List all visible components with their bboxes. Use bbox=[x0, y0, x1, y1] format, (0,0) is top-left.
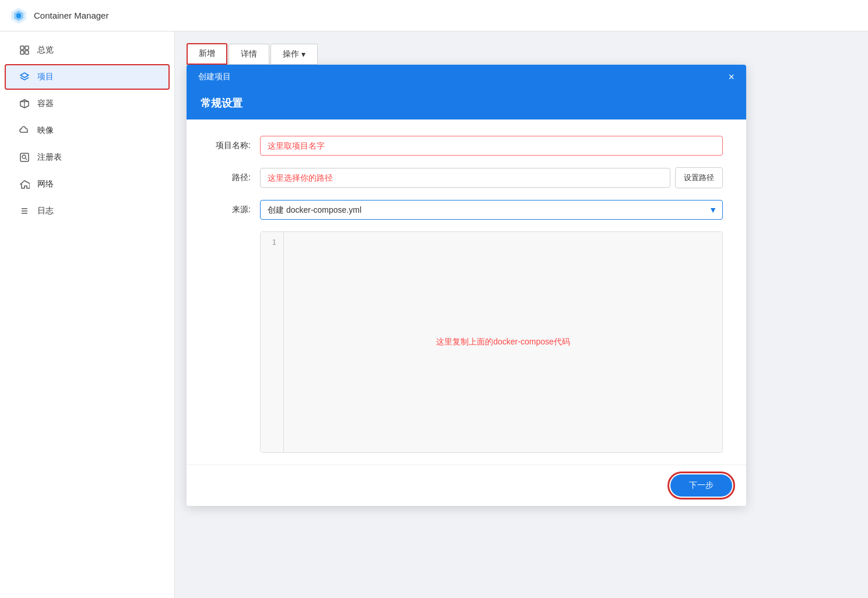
dialog-footer: 下一步 bbox=[187, 465, 746, 506]
sidebar-item-log[interactable]: 日志 bbox=[5, 198, 170, 224]
dialog-section-title: 常规设置 bbox=[201, 96, 732, 110]
sidebar-item-network[interactable]: 网络 bbox=[5, 171, 170, 197]
tab-detail[interactable]: 详情 bbox=[229, 44, 269, 65]
sidebar-item-label-container: 容器 bbox=[37, 99, 54, 109]
form-row-name: 项目名称: bbox=[210, 136, 723, 156]
svg-rect-6 bbox=[25, 51, 29, 54]
name-label: 项目名称: bbox=[210, 140, 251, 151]
line-numbers: 1 bbox=[261, 232, 284, 452]
list-icon bbox=[19, 205, 30, 217]
dialog-section-header: 常规设置 bbox=[187, 89, 746, 119]
code-editor[interactable]: 1 这里复制上面的docker-compose代码 bbox=[260, 231, 723, 453]
path-input[interactable] bbox=[260, 168, 670, 188]
box-icon bbox=[19, 98, 30, 110]
sidebar-item-label-log: 日志 bbox=[37, 206, 54, 216]
tab-add[interactable]: 新增 bbox=[187, 43, 227, 65]
source-select-wrapper: 创建 docker-compose.yml 上传 docker-compose.… bbox=[260, 200, 723, 220]
dialog-title: 创建项目 bbox=[198, 72, 231, 82]
sidebar-item-label-image: 映像 bbox=[37, 125, 54, 136]
app-icon bbox=[9, 6, 28, 25]
form-row-source: 来源: 创建 docker-compose.yml 上传 docker-comp… bbox=[210, 200, 723, 220]
sidebar-item-container[interactable]: 容器 bbox=[5, 91, 170, 117]
dialog: 创建项目 × 常规设置 项目名称: 路径: 设置路径 bbox=[187, 65, 746, 506]
content-area: 新增 详情 操作 ▾ 创建项目 × 常规设置 项目名称: bbox=[175, 31, 868, 598]
dialog-close-button[interactable]: × bbox=[728, 72, 735, 82]
sidebar-item-image[interactable]: 映像 bbox=[5, 118, 170, 143]
tab-operation[interactable]: 操作 ▾ bbox=[270, 44, 318, 65]
grid-icon bbox=[19, 44, 30, 56]
code-content-area: 这里复制上面的docker-compose代码 bbox=[284, 232, 722, 452]
sidebar-item-overview[interactable]: 总览 bbox=[5, 37, 170, 63]
search-square-icon bbox=[19, 152, 30, 163]
dialog-header: 创建项目 × bbox=[187, 65, 746, 89]
layers-icon bbox=[19, 71, 30, 83]
sidebar-item-project[interactable]: 项目 bbox=[5, 64, 170, 90]
app-title: Container Manager bbox=[34, 10, 108, 20]
svg-rect-9 bbox=[20, 153, 29, 161]
title-bar: Container Manager bbox=[0, 0, 868, 31]
dropdown-arrow-icon: ▾ bbox=[301, 50, 305, 59]
source-label: 来源: bbox=[210, 205, 251, 215]
tab-bar: 新增 详情 操作 ▾ bbox=[187, 43, 856, 65]
sidebar-item-label-overview: 总览 bbox=[37, 45, 54, 55]
cloud-icon bbox=[19, 125, 30, 136]
dialog-body: 项目名称: 路径: 设置路径 来源: 创建 docker bbox=[187, 119, 746, 465]
code-placeholder-text: 这里复制上面的docker-compose代码 bbox=[436, 337, 570, 347]
set-path-button[interactable]: 设置路径 bbox=[675, 167, 723, 188]
path-label: 路径: bbox=[210, 173, 251, 183]
svg-point-10 bbox=[22, 155, 26, 159]
form-row-path: 路径: 设置路径 bbox=[210, 167, 723, 188]
project-name-input[interactable] bbox=[260, 136, 723, 156]
svg-rect-3 bbox=[20, 46, 24, 50]
sidebar-item-label-registry: 注册表 bbox=[37, 152, 62, 163]
sidebar-item-label-network: 网络 bbox=[37, 179, 54, 189]
svg-rect-5 bbox=[20, 51, 24, 54]
home-icon bbox=[19, 178, 30, 190]
sidebar: 总览 项目 容器 bbox=[0, 31, 175, 598]
sidebar-item-registry[interactable]: 注册表 bbox=[5, 145, 170, 170]
sidebar-item-label-project: 项目 bbox=[37, 72, 54, 82]
svg-rect-4 bbox=[25, 46, 29, 50]
next-button[interactable]: 下一步 bbox=[670, 474, 732, 497]
source-select[interactable]: 创建 docker-compose.yml 上传 docker-compose.… bbox=[260, 200, 723, 220]
svg-line-11 bbox=[26, 159, 27, 160]
